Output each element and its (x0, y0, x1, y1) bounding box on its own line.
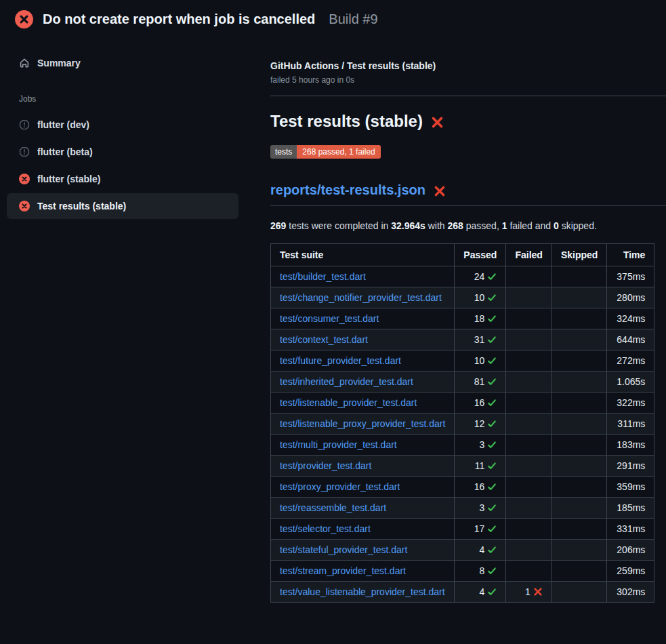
summary-text-part: failed and (507, 220, 554, 231)
main-content: GitHub Actions / Test results (stable) f… (270, 38, 666, 603)
test-suite-link[interactable]: test/value_listenable_provider_test.dart (280, 586, 445, 597)
column-header: Time (607, 244, 654, 266)
job-label: flutter (stable) (37, 174, 100, 184)
sidebar: Summary Jobs flutter (dev) flutter (beta… (0, 38, 270, 220)
passed-cell: 8 (455, 561, 506, 582)
passed-cell: 16 (455, 393, 506, 414)
test-suite-link[interactable]: test/reassemble_test.dart (280, 502, 386, 513)
cross-mark-icon (434, 185, 446, 197)
sidebar-job-item[interactable]: flutter (beta) (7, 139, 238, 165)
failed-cell (506, 435, 551, 456)
column-header: Test suite (271, 244, 455, 266)
check-mark-icon (487, 356, 497, 365)
failed-cell (506, 456, 551, 477)
failed-cell (506, 393, 551, 414)
test-suite-link[interactable]: test/builder_test.dart (280, 271, 366, 282)
test-suite-link[interactable]: test/consumer_test.dart (280, 313, 379, 324)
skipped-cell (551, 582, 606, 603)
check-mark-icon (487, 272, 497, 281)
suite-cell: test/stateful_provider_test.dart (271, 540, 455, 561)
test-suite-link[interactable]: test/context_test.dart (280, 334, 368, 345)
jobs-list: flutter (dev) flutter (beta) flutter (st… (0, 112, 270, 219)
jobs-section-label: Jobs (19, 94, 270, 104)
table-row: test/change_notifier_provider_test.dart1… (271, 287, 654, 308)
sidebar-job-item[interactable]: flutter (stable) (7, 166, 238, 192)
time-cell: 311ms (607, 414, 654, 435)
failed-cell (506, 561, 551, 582)
test-suite-link[interactable]: test/change_notifier_provider_test.dart (280, 292, 442, 303)
sidebar-job-item[interactable]: Test results (stable) (7, 193, 238, 219)
check-mark-icon (487, 482, 497, 491)
time-cell: 291ms (607, 456, 654, 477)
suite-cell: test/change_notifier_provider_test.dart (271, 287, 455, 308)
divider (270, 96, 666, 96)
suite-cell: test/context_test.dart (271, 329, 455, 350)
sidebar-item-summary[interactable]: Summary (7, 50, 238, 76)
table-body: test/builder_test.dart24 375mstest/chang… (271, 266, 654, 603)
test-suite-link[interactable]: test/proxy_provider_test.dart (280, 481, 400, 492)
passed-cell: 10 (455, 287, 506, 308)
table-row: test/stream_provider_test.dart8 259ms (271, 561, 654, 582)
check-mark-icon (487, 503, 497, 512)
skipped-cell (551, 266, 606, 287)
time-cell: 644ms (607, 329, 654, 350)
failed-cell (506, 308, 551, 329)
skipped-cell (551, 498, 606, 519)
test-suite-link[interactable]: test/provider_test.dart (280, 460, 371, 471)
summary-text-part: passed, (463, 220, 502, 231)
sidebar-job-item[interactable]: flutter (dev) (7, 112, 238, 138)
suite-cell: test/inherited_provider_test.dart (271, 371, 455, 393)
skipped-cell (551, 287, 606, 308)
time-cell: 324ms (607, 308, 654, 329)
test-suite-link[interactable]: test/selector_test.dart (280, 523, 371, 534)
passed-cell: 24 (455, 266, 506, 287)
skipped-cell (551, 456, 606, 477)
suite-cell: test/stream_provider_test.dart (271, 561, 455, 582)
passed-cell: 3 (455, 435, 506, 456)
section-title: Test results (stable) (270, 112, 423, 131)
failed-cell (506, 519, 551, 540)
table-row: test/provider_test.dart11 291ms (271, 456, 654, 477)
test-suite-link[interactable]: test/listenable_proxy_provider_test.dart (280, 418, 445, 429)
x-circle-fill-icon (19, 201, 30, 212)
report-file-link[interactable]: reports/test-results.json (270, 182, 425, 198)
suite-cell: test/value_listenable_provider_test.dart (271, 582, 455, 603)
run-title: Do not create report when job is cancell… (43, 12, 315, 27)
table-row: test/value_listenable_provider_test.dart… (271, 582, 654, 603)
cross-mark-icon (431, 116, 444, 129)
suite-cell: test/proxy_provider_test.dart (271, 477, 455, 498)
summary-text-part: 268 (448, 220, 463, 231)
skipped-cell (551, 414, 606, 435)
test-suite-link[interactable]: test/listenable_provider_test.dart (280, 397, 417, 408)
passed-cell: 12 (455, 414, 506, 435)
passed-cell: 17 (455, 519, 506, 540)
failed-cell (506, 371, 551, 393)
failed-cell (506, 287, 551, 308)
suite-cell: test/provider_test.dart (271, 456, 455, 477)
check-mark-icon (487, 440, 497, 449)
table-row: test/consumer_test.dart18 324ms (271, 308, 654, 329)
test-suite-link[interactable]: test/future_provider_test.dart (280, 355, 401, 366)
passed-cell: 11 (455, 456, 506, 477)
check-mark-icon (487, 587, 497, 597)
passed-cell: 4 (455, 540, 506, 561)
column-header: Passed (455, 244, 506, 266)
test-suite-link[interactable]: test/multi_provider_test.dart (280, 439, 397, 450)
time-cell: 185ms (607, 498, 654, 519)
summary-text-part: skipped. (559, 220, 597, 231)
skipped-cell (551, 308, 606, 329)
passed-cell: 18 (455, 308, 506, 329)
suite-cell: test/consumer_test.dart (271, 308, 455, 329)
test-suite-link[interactable]: test/stream_provider_test.dart (280, 565, 406, 576)
table-row: test/listenable_proxy_provider_test.dart… (271, 414, 654, 435)
test-suite-link[interactable]: test/stateful_provider_test.dart (280, 544, 407, 555)
check-mark-icon (487, 398, 497, 407)
time-cell: 359ms (607, 477, 654, 498)
time-cell: 183ms (607, 435, 654, 456)
tests-badge[interactable]: tests 268 passed, 1 failed (270, 145, 381, 159)
test-suite-link[interactable]: test/inherited_provider_test.dart (280, 376, 413, 387)
suite-cell: test/reassemble_test.dart (271, 498, 455, 519)
check-mark-icon (487, 377, 497, 386)
table-row: test/stateful_provider_test.dart4 206ms (271, 540, 654, 561)
skipped-cell (551, 540, 606, 561)
